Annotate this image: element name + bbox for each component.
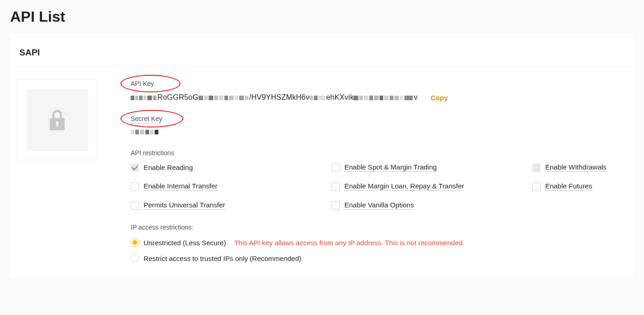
svg-rect-9 [214, 96, 218, 100]
restriction-checkbox[interactable]: Enable Margin Loan, Repay & Transfer [331, 182, 532, 191]
svg-rect-8 [209, 96, 213, 100]
qr-inner [26, 89, 88, 151]
svg-rect-31 [135, 130, 139, 134]
page-title: API List [0, 0, 644, 34]
api-key-label: API Key [131, 80, 154, 87]
ip-access-label: IP access restrictions: [131, 224, 627, 231]
svg-rect-17 [314, 96, 318, 100]
svg-rect-14 [239, 96, 244, 100]
svg-rect-23 [374, 96, 379, 100]
api-key-fragment: ehKXvik [326, 93, 354, 101]
checkbox-icon[interactable] [331, 164, 340, 172]
restriction-label: Enable Withdrawals [545, 163, 607, 172]
secret-key-label: Secret Key [131, 115, 162, 123]
ip-access-option[interactable]: Unrestricted (Less Secure)This API key a… [131, 238, 627, 247]
svg-rect-24 [379, 96, 383, 100]
svg-rect-1 [135, 96, 138, 100]
restriction-label: Enable Reading [144, 164, 193, 172]
svg-rect-20 [359, 96, 363, 100]
ip-access-warning: This API key allows access from any IP a… [234, 239, 464, 247]
api-key-fragment: /HV9YHSZMkH6v [249, 93, 310, 101]
svg-rect-34 [150, 130, 154, 134]
card-header: SAPI [14, 34, 630, 67]
svg-rect-12 [229, 96, 234, 100]
checkbox-icon[interactable] [532, 164, 541, 172]
restriction-label: Permits Universal Transfer [144, 201, 225, 210]
redacted-icon [131, 129, 159, 135]
svg-rect-33 [145, 130, 149, 134]
svg-rect-26 [390, 96, 393, 100]
restriction-checkbox[interactable]: Enable Vanilla Options [331, 201, 532, 210]
radio-icon[interactable] [131, 254, 139, 262]
api-key-fragment: RoGGR5oG [157, 93, 199, 101]
svg-rect-29 [404, 96, 413, 100]
svg-rect-7 [204, 96, 208, 100]
restriction-checkbox[interactable]: Enable Reading [131, 163, 331, 172]
svg-rect-27 [394, 96, 399, 100]
restriction-label: Enable Internal Transfer [144, 182, 217, 191]
radio-icon[interactable] [131, 238, 139, 247]
api-key-row: RoGGR5oG/HV9YHSZMkH6vehKXvikv Copy [131, 93, 627, 102]
restriction-checkbox[interactable]: Enable Withdrawals [532, 163, 627, 172]
checkbox-icon[interactable] [331, 201, 340, 210]
svg-rect-30 [131, 130, 134, 134]
api-card: SAPI API Key RoGGR5oG/HV9YHSZMkH6vehKXvi… [10, 34, 634, 279]
card-body: API Key RoGGR5oG/HV9YHSZMkH6vehKXvikv Co… [10, 67, 634, 279]
svg-rect-13 [235, 96, 238, 100]
secret-key-value [131, 128, 627, 135]
svg-rect-2 [139, 96, 143, 100]
svg-rect-28 [400, 96, 403, 100]
svg-rect-15 [245, 96, 248, 100]
restriction-checkbox[interactable]: Permits Universal Transfer [131, 201, 331, 210]
svg-rect-5 [153, 96, 156, 100]
qr-box [17, 79, 97, 160]
restriction-label: Enable Spot & Margin Trading [344, 163, 437, 172]
svg-rect-32 [140, 130, 144, 134]
checkbox-icon[interactable] [131, 182, 139, 191]
svg-rect-35 [155, 130, 158, 134]
svg-rect-16 [309, 96, 313, 100]
restriction-checkbox[interactable]: Enable Spot & Margin Trading [331, 163, 532, 172]
svg-rect-4 [147, 96, 152, 100]
redacted-icon [354, 95, 414, 101]
restriction-checkbox[interactable]: Enable Futures [532, 182, 627, 191]
svg-rect-11 [224, 96, 228, 100]
checkbox-icon[interactable] [331, 182, 340, 191]
restrictions-grid: Enable ReadingEnable Spot & Margin Tradi… [131, 163, 627, 210]
restriction-label: Enable Futures [545, 182, 592, 191]
redacted-icon [199, 95, 249, 101]
redacted-icon [131, 95, 157, 101]
content-column: API Key RoGGR5oG/HV9YHSZMkH6vehKXvikv Co… [97, 79, 627, 262]
lock-icon [49, 110, 66, 130]
checkbox-icon[interactable] [532, 182, 541, 191]
svg-rect-21 [364, 96, 368, 100]
svg-rect-19 [354, 96, 358, 100]
checkbox-icon[interactable] [131, 201, 139, 210]
ip-access-option[interactable]: Restrict access to trusted IPs only (Rec… [131, 254, 627, 262]
restrictions-label: API restrictions [131, 149, 627, 157]
svg-rect-6 [199, 96, 203, 100]
restriction-label: Enable Margin Loan, Repay & Transfer [344, 182, 464, 191]
secret-key-block: Secret Key [131, 115, 627, 135]
api-key-value: RoGGR5oG/HV9YHSZMkH6vehKXvikv [131, 93, 418, 102]
restriction-checkbox[interactable]: Enable Internal Transfer [131, 182, 331, 191]
svg-rect-3 [144, 96, 146, 100]
checkbox-icon[interactable] [131, 164, 139, 172]
redacted-icon [309, 95, 326, 101]
restriction-label: Enable Vanilla Options [344, 201, 414, 210]
svg-rect-18 [319, 96, 325, 100]
svg-rect-10 [219, 96, 223, 100]
svg-rect-25 [384, 96, 389, 100]
copy-button[interactable]: Copy [431, 94, 448, 102]
api-key-fragment: v [414, 93, 417, 101]
svg-rect-22 [369, 96, 373, 100]
ip-access-option-label: Unrestricted (Less Secure) [144, 239, 226, 247]
svg-rect-0 [131, 96, 134, 100]
ip-access-section: IP access restrictions: Unrestricted (Le… [131, 224, 627, 262]
ip-access-option-label: Restrict access to trusted IPs only (Rec… [144, 254, 301, 262]
